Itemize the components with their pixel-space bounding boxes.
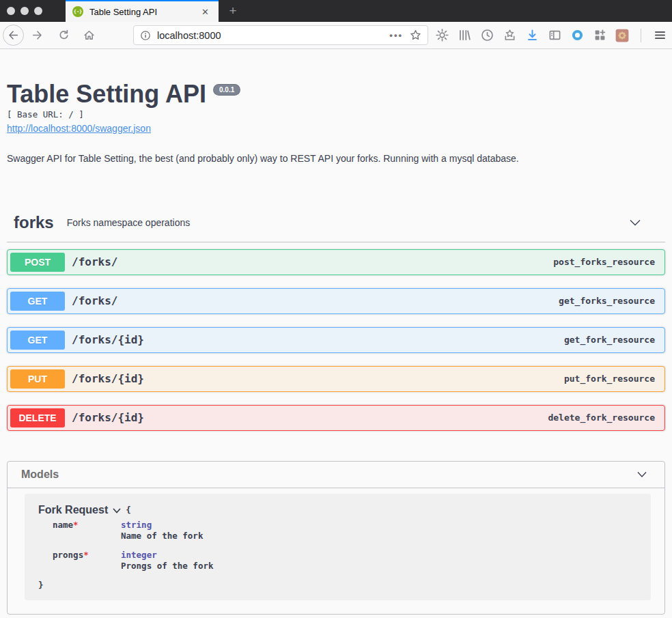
history-button[interactable] [480,29,494,42]
page-title: Table Setting API [7,81,206,108]
forward-button[interactable] [27,26,46,45]
required-star: * [73,520,79,530]
model-title: Fork Request [38,504,108,516]
back-button[interactable] [3,25,24,46]
browser-tab[interactable]: {-} Table Setting API ✕ [66,0,219,22]
menu-button[interactable] [653,29,667,42]
property-description: Name of the fork [121,531,203,541]
account-ring-extension-button[interactable] [570,29,584,42]
method-badge: DELETE [10,408,65,427]
property-description: Prongs of the fork [121,561,213,571]
property-row-prongs: prongs* integer Prongs of the fork [53,550,637,571]
extensions-grid-button[interactable] [593,29,606,42]
models-section: Models Fork Request { name* [7,461,665,615]
chevron-down-icon[interactable] [628,216,642,229]
spec-json-link[interactable]: http://localhost:8000/swagger.json [7,123,151,134]
model-fork-request: Fork Request { name* string Name of the … [25,494,651,600]
operation-path: /forks/ [72,255,117,268]
downloads-button[interactable] [525,29,539,42]
hamburger-menu-icon [654,29,667,42]
url-text[interactable]: localhost:8000 [157,30,389,41]
tag-section-header[interactable]: forks Forks namespace operations [7,208,665,242]
operation-path: /forks/{id} [72,372,144,385]
tag-description: Forks namespace operations [67,217,191,228]
close-window-button[interactable] [7,7,15,15]
opblock-get-fork-by-id[interactable]: GET /forks/{id} get_fork_resource [7,327,665,353]
window-controls [7,7,42,15]
tab-title: Table Setting API [89,7,199,17]
swagger-page: Table Setting API 0.0.1 [ Base URL: / ] … [0,49,672,615]
base-url-label: [ Base URL: / ] [7,109,665,120]
opblock-post-forks[interactable]: POST /forks/ post_forks_resource [7,249,665,275]
method-badge: GET [10,292,65,311]
grid-plus-icon [593,29,606,42]
star-tray-icon [503,29,516,42]
opblock-delete-fork[interactable]: DELETE /forks/{id} delete_fork_resource [7,405,665,431]
opblock-put-fork[interactable]: PUT /forks/{id} put_fork_resource [7,366,665,392]
tab-close-icon[interactable]: ✕ [199,5,212,18]
api-description: Swagger API for Table Setting, the best … [7,153,665,164]
operation-id: put_fork_resource [564,374,655,384]
property-type: integer [121,550,213,560]
orange-gear-extension-icon [615,29,629,42]
library-button[interactable] [458,29,471,42]
home-button[interactable] [79,26,98,45]
home-icon [83,29,95,41]
bookmark-star-icon[interactable] [410,29,421,41]
method-badge: GET [10,331,65,350]
property-name: prongs* [53,550,121,571]
operation-id: delete_fork_resource [548,412,655,423]
swagger-favicon-icon: {-} [72,6,83,17]
minimize-window-button[interactable] [20,7,29,15]
toolbar-icon-strip [435,29,667,42]
zoom-window-button[interactable] [34,7,42,15]
page-info-icon[interactable] [140,30,151,41]
bookmarks-menu-button[interactable] [503,29,516,42]
required-star: * [83,550,89,560]
page-actions-icon[interactable]: ••• [389,30,403,40]
sidebar-icon [548,29,561,42]
toolbar-divider [641,29,641,42]
operations-list: POST /forks/ post_forks_resource GET /fo… [7,249,665,431]
models-header[interactable]: Models [8,462,664,488]
api-info-section: Table Setting API 0.0.1 [ Base URL: / ] … [7,49,665,164]
model-properties: name* string Name of the fork prongs* in… [53,520,637,571]
open-brace: { [126,505,131,515]
operation-path: /forks/{id} [72,411,144,424]
gear-extension-button[interactable] [615,29,629,42]
close-brace: } [38,580,637,590]
property-value: integer Prongs of the fork [121,550,213,571]
sidebar-toggle-button[interactable] [548,29,561,42]
clock-icon [481,29,494,42]
model-toggle-chevron-icon[interactable] [113,507,121,514]
navigation-toolbar: localhost:8000 ••• [0,22,672,49]
operation-path: /forks/{id} [72,333,144,346]
property-name: name* [53,520,121,541]
version-badge: 0.0.1 [213,84,240,96]
window-titlebar: {-} Table Setting API ✕ + [0,0,672,22]
opblock-get-forks[interactable]: GET /forks/ get_forks_resource [7,288,665,314]
library-icon [458,29,471,42]
chevron-down-icon[interactable] [636,469,648,480]
operation-id: get_forks_resource [559,296,655,306]
reload-icon [58,29,70,41]
property-type: string [121,520,203,530]
tag-name: forks [14,213,54,232]
blue-ring-icon [571,29,584,42]
method-badge: POST [10,253,65,272]
new-tab-button[interactable]: + [220,0,246,22]
reload-button[interactable] [54,26,73,45]
models-title: Models [21,468,59,481]
gear-sun-icon [436,29,449,42]
property-row-name: name* string Name of the fork [53,520,637,541]
sync-gear-button[interactable] [435,29,449,42]
download-arrow-icon [526,29,539,42]
method-badge: PUT [10,369,65,389]
property-value: string Name of the fork [121,520,203,541]
forward-arrow-icon [31,29,43,41]
operation-path: /forks/ [72,294,117,307]
operation-id: post_forks_resource [553,257,655,267]
back-arrow-icon [8,29,19,41]
address-bar[interactable]: localhost:8000 ••• [133,25,428,45]
models-body: Fork Request { name* string Name of the … [8,488,664,614]
